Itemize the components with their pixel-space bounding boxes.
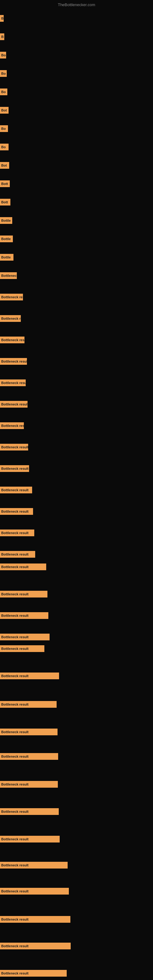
bar-label: Bottleneck result (0, 337, 24, 343)
bar-item: Bottleneck result (0, 856, 68, 874)
bar-label: Bottleneck (0, 272, 17, 279)
bar-label: Bo (0, 89, 7, 95)
bar-label: Bottleneck result (0, 673, 59, 679)
bar-item: Bottleneck result (0, 747, 58, 766)
bar-item: Bottleneck result (0, 802, 59, 821)
bar-item: Bot (0, 156, 9, 175)
bar-item: Bottleneck result (0, 667, 59, 685)
bar-label: Bottleneck result (0, 916, 70, 923)
bar-item: Bottleneck result (0, 606, 48, 625)
bar-label: Bottleneck result (0, 487, 32, 493)
bar-label: Bottleneck result (0, 508, 33, 515)
bar-label: Bottleneck result (0, 943, 71, 950)
bar-label: Bo (0, 70, 7, 77)
bar-label: Bottleneck resu (0, 294, 23, 301)
bar-label: Bottleneck result (0, 808, 59, 815)
bar-label: Bo (0, 125, 8, 132)
bar-label: Bottleneck result (0, 465, 29, 472)
bar-item: Bottleneck result (0, 460, 29, 478)
bar-label: Bottleneck resu (0, 379, 26, 386)
bar-label: Bottle (0, 217, 12, 224)
bar-label: Bottleneck result (0, 530, 34, 536)
bar-item: Bottleneck result (0, 723, 57, 741)
bar-item: Bo (0, 64, 7, 83)
bar-item: Bottleneck result (0, 695, 57, 714)
bar-item: Bottleneck r (0, 309, 21, 328)
bar-item: Bo (0, 119, 8, 138)
bar-label: Bottleneck result (0, 970, 67, 977)
bar-item: Bott (0, 193, 10, 211)
bar-item: Bottleneck result (0, 882, 69, 900)
bar-label: Bottleneck result (0, 551, 35, 558)
bar-item: Bottleneck result (0, 395, 27, 414)
bar-item: Bottleneck result (0, 775, 58, 794)
bar-item: B (0, 9, 4, 27)
bar-item: Bo (0, 46, 6, 64)
bar-item: Bottleneck result (0, 524, 34, 542)
bar-item: Bottleneck result (0, 502, 33, 520)
bar-label: Bottleneck result (0, 401, 27, 407)
bar-label: Bottleneck result (0, 701, 57, 708)
bar-label: Bot (0, 107, 9, 114)
bar-item: Bottle (0, 230, 13, 248)
bar-item: Bottleneck result (0, 331, 24, 349)
bar-label: Bot (0, 162, 9, 169)
bar-label: Bottleneck result (0, 444, 28, 450)
bar-label: Bottleneck result (0, 888, 69, 894)
bar-item: Bottleneck result (0, 640, 45, 658)
bar-label: Bottleneck result (0, 563, 46, 570)
bar-item: B (0, 27, 4, 46)
bar-label: Bottleneck result (0, 591, 48, 598)
bar-label: Bottleneck res (0, 422, 24, 429)
bar-item: Bottle (0, 248, 13, 266)
bar-item: Bot (0, 101, 9, 119)
bar-label: Bo (0, 52, 6, 59)
bar-label: Bottle (0, 254, 13, 261)
bar-item: Bottleneck result (0, 830, 60, 848)
bar-label: B (0, 33, 4, 40)
bar-label: Bottleneck result (0, 862, 68, 869)
bar-label: B (0, 15, 4, 22)
bar-item: Bott (0, 175, 10, 193)
bar-item: Bottleneck result (0, 937, 71, 955)
bar-label: Bottleneck result (0, 753, 58, 760)
bar-label: Bottleneck result (0, 358, 27, 365)
bar-item: Bottleneck result (0, 910, 70, 929)
bar-item: Bottleneck result (0, 964, 67, 980)
bar-item: Bottleneck result (0, 438, 28, 456)
bar-label: Bottle (0, 235, 13, 242)
site-title: TheBottlenecker.com (58, 2, 95, 7)
bar-item: Bottleneck result (0, 481, 32, 499)
bar-label: Bott (0, 180, 10, 187)
bar-item: Bottleneck (0, 266, 17, 285)
bar-item: Bottleneck result (0, 585, 48, 603)
bar-item: Bottle (0, 211, 12, 230)
bar-label: Bottleneck r (0, 315, 21, 322)
bar-label: Bott (0, 199, 10, 205)
bar-item: Bottleneck res (0, 417, 24, 435)
bar-label: Bottleneck result (0, 729, 57, 735)
bar-item: Bottleneck resu (0, 374, 26, 392)
bar-item: Bo (0, 138, 9, 156)
bar-item: Bottleneck result (0, 352, 27, 371)
bar-item: Bottleneck resu (0, 288, 23, 306)
bar-label: Bottleneck result (0, 781, 58, 788)
bar-item: Bottleneck result (0, 558, 46, 576)
bar-label: Bo (0, 144, 9, 150)
bar-item: Bo (0, 83, 7, 101)
bar-label: Bottleneck result (0, 836, 60, 843)
bar-label: Bottleneck result (0, 612, 48, 619)
bar-label: Bottleneck result (0, 645, 45, 652)
